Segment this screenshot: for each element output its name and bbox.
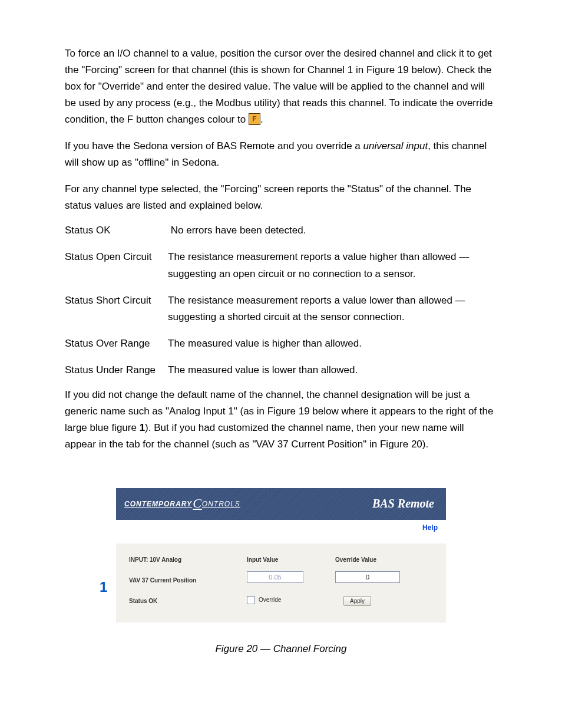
status-label: Status Over Range (65, 335, 168, 352)
panel-left-column: INPUT: 10V Analog VAV 37 Current Positio… (129, 556, 247, 606)
em-dash: — (455, 295, 465, 306)
status-label: Status Short Circuit (65, 292, 168, 309)
status-line-short: Status Short Circuit The resistance meas… (65, 292, 497, 325)
brand-swoosh-icon: C (193, 496, 202, 511)
brand-logo: CONTEMPORARY C ONTROLS (124, 496, 240, 512)
figure-caption: Figure 20 — Channel Forcing (65, 643, 497, 655)
status-line-over: Status Over Range The measured value is … (65, 335, 497, 352)
channel-number-indicator: 1 (100, 579, 107, 595)
italic-universal-input: universal input (363, 140, 428, 151)
panel-body: 1 INPUT: 10V Analog VAV 37 Current Posit… (116, 543, 446, 622)
brand-word-1: CONTEMPORARY (124, 500, 192, 508)
paragraph-forcing-intro: To force an I/O channel to a value, posi… (65, 45, 497, 128)
paragraph-status-intro: For any channel type selected, the "Forc… (65, 181, 497, 214)
status-label: Status Open Circuit (65, 249, 168, 265)
input-value-display: 0.05 (247, 571, 303, 583)
paragraph-channel-name: If you did not change the default name o… (65, 387, 497, 453)
fig-caption-b: Channel Forcing (270, 643, 346, 654)
brand-word-2: ONTROLS (202, 500, 240, 508)
document-page: To force an I/O channel to a value, posi… (0, 0, 562, 728)
bas-remote-panel: CONTEMPORARY C ONTROLS BAS Remote Help 1… (116, 488, 446, 622)
override-row: Override (247, 596, 335, 604)
text-segment: To force an I/O channel to a value, posi… (65, 48, 492, 125)
override-value-input[interactable]: 0 (335, 571, 400, 583)
fig-caption-a: Figure 20 (215, 643, 260, 654)
paragraph-sedona-note: If you have the Sedona version of BAS Re… (65, 138, 497, 171)
em-dash: — (260, 643, 270, 654)
input-type-label: INPUT: 10V Analog (129, 556, 247, 563)
panel-gap (116, 535, 446, 543)
panel-title: BAS Remote (372, 497, 434, 510)
text-segment: For any channel type selected, the "Forc… (65, 183, 471, 211)
input-value-header: Input Value (247, 556, 335, 563)
status-label: Status Under Range (65, 362, 168, 378)
status-label: Status OK (65, 222, 168, 239)
override-value-header: Override Value (335, 556, 418, 563)
status-label-ok: Status OK (129, 598, 247, 604)
panel-header: CONTEMPORARY C ONTROLS BAS Remote (116, 488, 446, 520)
panel-subbar: Help (116, 520, 446, 535)
status-desc: No errors have been detected. (171, 225, 306, 236)
override-label: Override (259, 597, 281, 603)
status-line-open: Status Open Circuit Status Open Circuit … (65, 249, 497, 282)
apply-button[interactable]: Apply (343, 596, 371, 606)
status-line-ok: Status OK No errors have been detected. (65, 222, 497, 239)
override-checkbox[interactable] (247, 596, 255, 604)
bold-one: 1 (140, 422, 145, 433)
em-dash: — (459, 251, 469, 262)
channel-custom-name: VAV 37 Current Position (129, 577, 247, 584)
status-desc: The measured value is lower than allowed… (168, 364, 358, 375)
text-segment: . (260, 114, 263, 125)
status-desc: The measured value is higher than allowe… (168, 338, 362, 349)
help-link[interactable]: Help (422, 523, 438, 532)
panel-mid-column: Input Value 0.05 Override (247, 556, 335, 606)
panel-right-column: Override Value 0 Apply (335, 556, 418, 606)
status-line-under: Status Under Range The measured value is… (65, 362, 497, 378)
f-override-icon: F (249, 113, 260, 125)
text-segment: If you have the Sedona version of BAS Re… (65, 140, 363, 151)
